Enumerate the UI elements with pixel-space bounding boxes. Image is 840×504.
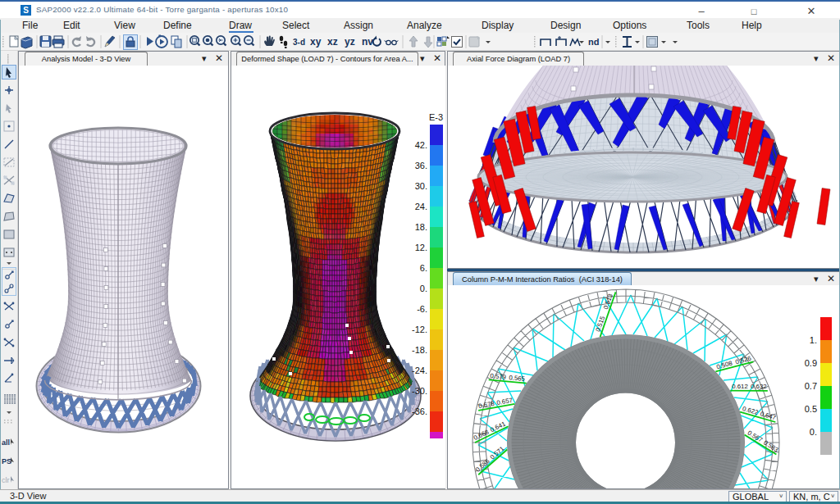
svg-text:-18.: -18. [412, 345, 427, 355]
svg-text:0.9: 0.9 [805, 358, 817, 368]
svg-text:0.632: 0.632 [751, 383, 767, 390]
svg-text:nv: nv [362, 36, 373, 48]
svg-text:xz: xz [327, 36, 338, 48]
svg-text:-6.: -6. [417, 304, 427, 314]
svg-text:18.: 18. [415, 222, 427, 232]
svg-text:-30.: -30. [412, 386, 427, 396]
svg-text:24.: 24. [415, 202, 427, 211]
svg-text:-36.: -36. [412, 406, 427, 416]
svg-text:42.: 42. [415, 140, 427, 150]
svg-text:E-3: E-3 [429, 112, 443, 122]
svg-text:yz: yz [345, 36, 355, 48]
svg-text:36.: 36. [415, 161, 427, 170]
svg-text:12.: 12. [415, 243, 427, 252]
svg-text:-12.: -12. [412, 325, 427, 334]
svg-text:nd: nd [588, 37, 599, 47]
svg-text:0.579: 0.579 [490, 372, 506, 381]
svg-text:3-d: 3-d [293, 38, 305, 47]
svg-text:0.: 0. [810, 427, 817, 437]
svg-text:0.: 0. [420, 284, 427, 293]
svg-text:xy: xy [310, 36, 322, 48]
svg-text:30.: 30. [415, 181, 427, 191]
svg-text:1.: 1. [810, 335, 817, 345]
svg-text:-24.: -24. [412, 366, 427, 375]
svg-text:0.612: 0.612 [732, 383, 748, 390]
svg-text:all: all [2, 438, 10, 447]
svg-text:PS: PS [2, 457, 11, 465]
svg-text:6.: 6. [420, 263, 427, 273]
svg-text:0.7: 0.7 [805, 381, 817, 391]
svg-text:0.5: 0.5 [805, 404, 817, 414]
svg-text:clr: clr [2, 476, 10, 484]
svg-text:0.565: 0.565 [509, 374, 526, 383]
